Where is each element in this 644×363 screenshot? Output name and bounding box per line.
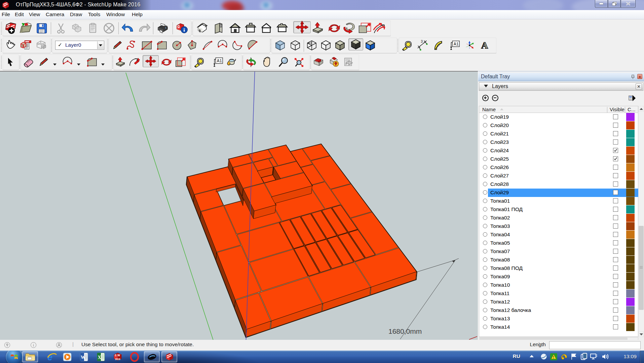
- svg-text:S W: S W: [115, 353, 120, 357]
- svg-text:X: X: [98, 355, 101, 360]
- svg-text:A1: A1: [454, 42, 459, 47]
- svg-text:A1: A1: [217, 59, 222, 64]
- svg-text:A: A: [481, 40, 488, 50]
- svg-text:2018: 2018: [115, 358, 120, 360]
- svg-text:1680,0mm: 1680,0mm: [388, 327, 422, 335]
- svg-text:!: !: [553, 356, 554, 359]
- svg-text:W: W: [81, 355, 85, 360]
- svg-text:3: 3: [421, 40, 423, 43]
